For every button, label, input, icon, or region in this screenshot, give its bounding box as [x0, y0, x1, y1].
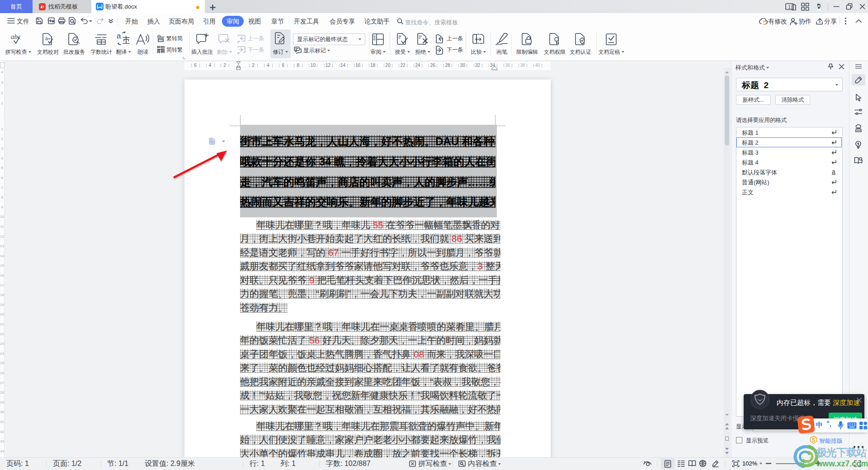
svg-text:1: 1	[788, 4, 791, 9]
svg-text:a: a	[117, 32, 121, 40]
svg-text:a: a	[45, 36, 48, 41]
svg-text:S: S	[812, 437, 815, 442]
svg-text:abc: abc	[11, 33, 21, 40]
svg-text:极光下载站: 极光下载站	[816, 446, 867, 458]
svg-text:www.xz7.com: www.xz7.com	[816, 459, 868, 468]
